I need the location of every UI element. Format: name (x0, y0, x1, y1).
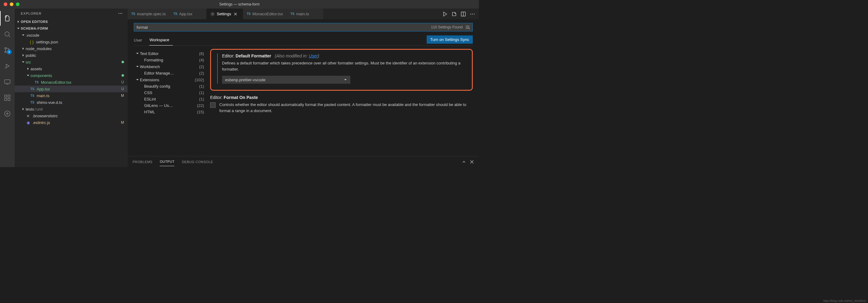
toc-label: Beautify config (144, 84, 197, 89)
explorer-icon[interactable] (0, 11, 15, 26)
toc-css[interactable]: CSS (1) (134, 90, 204, 96)
scope-workspace[interactable]: Workspace (149, 35, 173, 46)
folder-node-modules[interactable]: node_modules (15, 45, 128, 52)
git-graph-icon[interactable] (0, 106, 15, 121)
svg-rect-8 (8, 98, 10, 100)
toc-label: CSS (144, 90, 197, 95)
file-settings-json[interactable]: { } settings.json (15, 38, 128, 45)
tree-label: .browserslistrc (32, 114, 124, 118)
panel-maximize-icon[interactable] (462, 160, 466, 164)
source-control-icon[interactable]: 9 (0, 43, 15, 57)
tab-monaco[interactable]: TS MonacoEditor.tsx (243, 8, 287, 19)
chevron-down-icon (21, 60, 26, 64)
folder-src[interactable]: src (15, 59, 128, 65)
tree-label: tests (26, 107, 34, 112)
toc-workbench[interactable]: Workbench (2) (134, 63, 204, 70)
remote-icon[interactable] (0, 74, 15, 89)
panel-problems[interactable]: PROBLEMS (132, 158, 152, 166)
open-file-icon[interactable] (452, 11, 457, 17)
folder-assets[interactable]: assets (15, 65, 128, 72)
search-input[interactable] (136, 25, 429, 30)
panel-close-icon[interactable] (470, 160, 474, 164)
close-window[interactable] (4, 2, 7, 6)
svg-point-1 (5, 48, 6, 49)
toc-beautify[interactable]: Beautify config (1) (134, 83, 204, 90)
tab-main[interactable]: TS main.ts (287, 8, 323, 19)
tab-label: example.spec.ts (137, 11, 166, 16)
maximize-window[interactable] (16, 2, 20, 6)
open-editors-section[interactable]: OPEN EDITORS (15, 18, 128, 25)
toc-eslint[interactable]: ESLint (1) (134, 96, 204, 102)
file-app-tsx[interactable]: TS App.tsx U (15, 86, 128, 92)
toc-formatting[interactable]: Formatting (4) (134, 57, 204, 63)
tree-label: App.tsx (37, 87, 120, 91)
panel-output[interactable]: OUTPUT (160, 157, 175, 166)
setting-prefix: Editor: (222, 54, 234, 58)
toc-label: ESLint (144, 97, 197, 101)
settings-search[interactable]: 110 Settings Found (134, 23, 473, 31)
setting-name: Format On Paste (223, 95, 258, 100)
tab-example-spec[interactable]: TS example.spec.ts (128, 8, 170, 19)
folder-vscode[interactable]: .vscode (15, 32, 128, 38)
window-controls (4, 2, 20, 6)
toc-text-editor[interactable]: Text Editor (6) (134, 50, 204, 57)
setting-format-on-paste: Editor: Format On Paste Controls whether… (210, 95, 473, 114)
tree-label: components (31, 73, 120, 78)
more-icon[interactable] (470, 11, 475, 17)
folder-components[interactable]: components (15, 72, 128, 79)
sidebar: EXPLORER OPEN EDITORS SCHEMA-FORM .vscod… (15, 8, 128, 167)
svg-point-14 (212, 13, 213, 15)
svg-point-18 (474, 13, 475, 14)
toc-gitlens[interactable]: GitLens — Us… (22) (134, 102, 204, 109)
activity-bar: 9 (0, 8, 15, 167)
ts-icon: TS (30, 86, 35, 91)
settings-list: Editor: Default Formatter (Also modified… (204, 49, 473, 156)
setting-description: Controls whether the editor should autom… (219, 102, 473, 114)
workspace-section[interactable]: SCHEMA-FORM (15, 25, 128, 32)
file-browserslist[interactable]: ≡ .browserslistrc (15, 113, 128, 119)
chevron-right-icon (21, 107, 26, 112)
svg-rect-9 (8, 95, 10, 97)
tree-label: shims-vue.d.ts (37, 100, 124, 105)
search-icon[interactable] (0, 27, 15, 41)
tab-app-tsx[interactable]: TS App.tsx (170, 8, 207, 19)
chevron-down-icon (135, 51, 140, 56)
svg-point-13 (122, 13, 122, 14)
folder-tests[interactable]: tests / unit (15, 106, 128, 113)
toc-editor-mgmt[interactable]: Editor Manage… (2) (134, 70, 204, 77)
svg-point-12 (120, 13, 121, 14)
folder-public[interactable]: public (15, 52, 128, 59)
chevron-down-icon (344, 78, 347, 82)
clear-search-icon[interactable] (465, 25, 470, 30)
panel-debug-console[interactable]: DEBUG CONSOLE (182, 158, 213, 166)
file-eslintrc[interactable]: ◉ .eslintrc.js M (15, 119, 128, 126)
git-status: U (121, 80, 124, 84)
settings-sync-button[interactable]: Turn on Settings Sync (427, 35, 473, 44)
split-icon[interactable] (461, 11, 466, 17)
extensions-icon[interactable] (0, 90, 15, 105)
minimize-window[interactable] (10, 2, 13, 6)
more-actions-icon[interactable] (118, 11, 123, 16)
run-icon[interactable] (442, 11, 448, 17)
debug-icon[interactable] (0, 59, 15, 73)
formatter-select[interactable]: esbenp.prettier-vscode (222, 76, 350, 84)
toc-html[interactable]: HTML (15) (134, 109, 204, 115)
file-shims[interactable]: TS shims-vue.d.ts (15, 99, 128, 106)
chevron-down-icon (135, 64, 140, 69)
titlebar: Settings — schema-form (0, 0, 479, 8)
scope-user[interactable]: User (134, 35, 146, 46)
ts-icon: TS (247, 12, 251, 16)
tab-label: main.ts (296, 11, 309, 16)
workspace-label: SCHEMA-FORM (21, 27, 48, 30)
format-on-paste-checkbox[interactable] (210, 102, 216, 108)
setting-description: Defines a default formatter which takes … (222, 60, 466, 72)
file-monaco-editor[interactable]: TS MonacoEditor.tsx U (15, 79, 128, 86)
tree-label: node_modules (26, 47, 124, 51)
window-title: Settings — schema-form (219, 2, 259, 6)
close-icon[interactable] (233, 11, 238, 17)
tab-settings[interactable]: Settings (207, 8, 243, 19)
also-modified-link[interactable]: User (309, 54, 318, 58)
toc-extensions[interactable]: Extensions (102) (134, 77, 204, 83)
file-main-ts[interactable]: TS main.ts M (15, 92, 128, 99)
scm-badge: 9 (7, 50, 11, 54)
